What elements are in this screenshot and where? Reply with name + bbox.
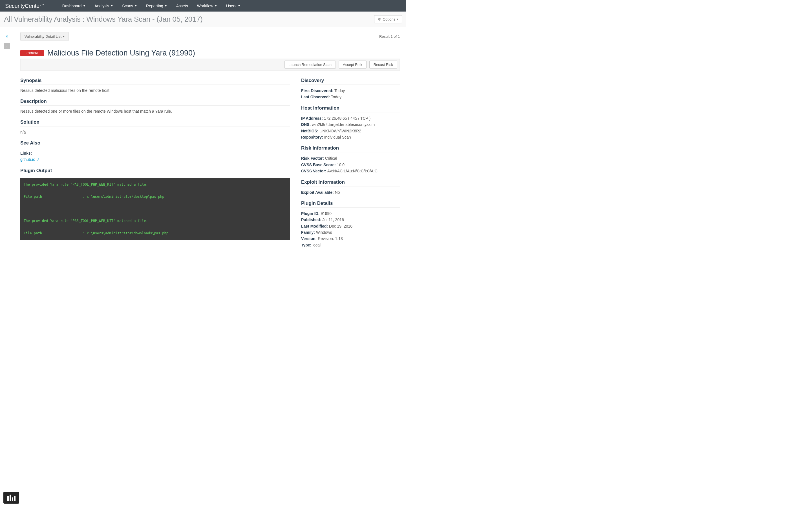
see-also-heading: See Also <box>20 140 290 147</box>
synopsis-text: Nessus detected malicious files on the r… <box>20 88 290 94</box>
chevron-down-icon: ▼ <box>83 4 86 7</box>
severity-badge: Critical <box>20 50 44 56</box>
risk-info-heading: Risk Information <box>301 145 400 152</box>
info-icon[interactable]: i <box>4 43 10 49</box>
plugin-details: Plugin ID: 91990 Published: Jul 11, 2016… <box>301 210 400 248</box>
chevron-down-icon: ▼ <box>135 4 137 7</box>
top-nav: SecurityCenter™ Dashboard▼ Analysis▼ Sca… <box>0 0 406 11</box>
chevron-down-icon: ▼ <box>110 4 113 7</box>
chevron-down-icon: ▼ <box>214 4 217 7</box>
description-text: Nessus detected one or more files on the… <box>20 108 290 114</box>
solution-heading: Solution <box>20 119 290 126</box>
nav-analysis[interactable]: Analysis▼ <box>90 4 117 8</box>
gear-icon: ✲ <box>378 17 381 21</box>
nav-users[interactable]: Users▼ <box>221 4 245 8</box>
detail-right-column: Discovery First Discovered: Today Last O… <box>301 78 400 248</box>
exploit-info: Exploit Available: No <box>301 189 400 195</box>
result-count: Result 1 of 1 <box>379 34 400 39</box>
chevron-down-icon: ▼ <box>238 4 241 7</box>
see-also-links: Links: github.io ↗ <box>20 150 290 163</box>
expand-sidebar-icon[interactable]: » <box>5 33 8 39</box>
launch-remediation-button[interactable]: Launch Remediation Scan <box>285 61 336 69</box>
main-area: » i Vulnerability Detail List ▾ Result 1… <box>0 27 406 253</box>
nav-dashboard[interactable]: Dashboard▼ <box>58 4 90 8</box>
synopsis-heading: Synopsis <box>20 78 290 85</box>
discovery-heading: Discovery <box>301 78 400 85</box>
vulnerability-header: Critical Malicious File Detection Using … <box>20 49 400 59</box>
risk-info: Risk Factor: Critical CVSS Base Score: 1… <box>301 155 400 174</box>
exploit-info-heading: Exploit Information <box>301 179 400 186</box>
vulnerability-title: Malicious File Detection Using Yara (919… <box>47 49 195 57</box>
plugin-output: The provided Yara rule "PAS_TOOL_PHP_WEB… <box>20 178 290 240</box>
view-selector[interactable]: Vulnerability Detail List ▾ <box>20 32 69 41</box>
plugin-output-heading: Plugin Output <box>20 168 290 175</box>
recast-risk-button[interactable]: Recast Risk <box>369 61 397 69</box>
external-link[interactable]: github.io ↗ <box>20 157 40 162</box>
page-title-bar: All Vulnerability Analysis : Windows Yar… <box>0 11 406 27</box>
host-info-heading: Host Information <box>301 105 400 112</box>
host-info: IP Address: 172.26.48.65 ( 445 / TCP ) D… <box>301 115 400 140</box>
chevron-down-icon: ▾ <box>63 35 64 38</box>
action-bar: Launch Remediation Scan Accept Risk Reca… <box>20 59 400 71</box>
detail-columns: Synopsis Nessus detected malicious files… <box>20 78 400 248</box>
external-link-icon: ↗ <box>36 157 40 162</box>
page-title: All Vulnerability Analysis : Windows Yar… <box>4 15 203 24</box>
chevron-down-icon: ▾ <box>397 18 398 20</box>
description-heading: Description <box>20 99 290 106</box>
brand-logo: SecurityCenter™ <box>5 3 44 9</box>
left-rail: » i <box>0 27 14 253</box>
toolbar-row: Vulnerability Detail List ▾ Result 1 of … <box>20 32 400 41</box>
plugin-details-heading: Plugin Details <box>301 201 400 208</box>
nav-assets[interactable]: Assets <box>172 4 193 8</box>
solution-text: n/a <box>20 129 290 135</box>
discovery-info: First Discovered: Today Last Observed: T… <box>301 88 400 100</box>
chevron-down-icon: ▼ <box>165 4 167 7</box>
nav-scans[interactable]: Scans▼ <box>117 4 142 8</box>
accept-risk-button[interactable]: Accept Risk <box>339 61 366 69</box>
detail-left-column: Synopsis Nessus detected malicious files… <box>20 78 290 248</box>
content: Vulnerability Detail List ▾ Result 1 of … <box>14 27 406 253</box>
nav-reporting[interactable]: Reporting▼ <box>142 4 172 8</box>
options-button[interactable]: ✲ Options ▾ <box>374 15 402 23</box>
nav-workflow[interactable]: Workflow▼ <box>193 4 221 8</box>
